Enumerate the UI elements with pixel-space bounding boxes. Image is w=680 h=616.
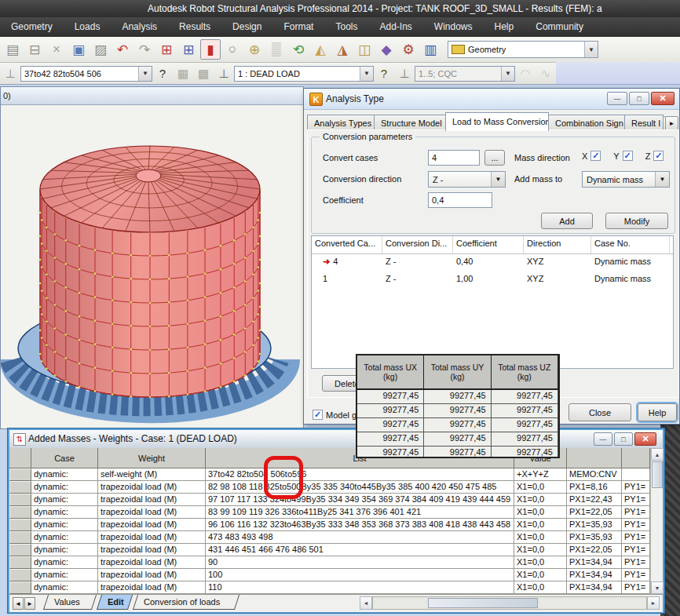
mass-direction-y-checkbox[interactable]: Y✓ xyxy=(613,151,632,161)
tabs-scroll-right-icon[interactable]: ► xyxy=(24,597,35,610)
convert-cases-input[interactable]: 4 xyxy=(428,150,480,166)
tab-result-i[interactable]: Result I xyxy=(624,115,664,130)
conversion-direction-select[interactable]: Z - ▼ xyxy=(428,171,506,188)
chevron-down-icon[interactable]: ▼ xyxy=(584,42,598,57)
scrollbar-thumb[interactable] xyxy=(428,598,538,608)
bottom-window-title-bar[interactable]: ⇅ Added Masses - Weights - Case: 1 (DEAD… xyxy=(9,430,663,449)
spreadsheet-icon[interactable]: ⊞ xyxy=(178,39,199,60)
dialog-title-bar[interactable]: K Analysis Type — □ ✕ xyxy=(304,89,679,110)
mass-direction-z-checkbox[interactable]: Z✓ xyxy=(645,151,664,161)
zoom-icon[interactable]: ○ xyxy=(222,39,243,60)
add-mass-to-select[interactable]: Dynamic mass ▼ xyxy=(582,171,670,188)
row-selector[interactable] xyxy=(9,481,31,494)
menu-community[interactable]: Community xyxy=(525,17,594,37)
menu-addins[interactable]: Add-Ins xyxy=(368,17,422,37)
view-icon[interactable]: ▒ xyxy=(266,39,287,60)
vertical-scrollbar[interactable]: ▲ ▼ xyxy=(650,448,663,594)
row-selector[interactable] xyxy=(9,468,31,481)
menu-tools[interactable]: Tools xyxy=(324,17,368,37)
row-selector[interactable] xyxy=(9,519,31,531)
minimize-button[interactable]: — xyxy=(594,432,612,446)
grid-row[interactable]: dynamic:trapezoidal load (M)83 99 109 11… xyxy=(9,506,650,519)
grid-row[interactable]: dynamic:self-weight (M)37to42 82to504 50… xyxy=(9,468,650,481)
row-selector[interactable] xyxy=(9,531,31,544)
grid-col-header[interactable] xyxy=(9,448,31,468)
converted-cases-table[interactable]: Converted Ca...Conversion Di...Coefficie… xyxy=(311,235,674,369)
scroll-up-icon[interactable]: ▲ xyxy=(651,448,664,461)
menu-results[interactable]: Results xyxy=(168,17,221,37)
close-button[interactable]: Close xyxy=(568,403,631,421)
support-icon[interactable]: ⊥ xyxy=(1,65,20,82)
added-masses-table[interactable]: CaseWeightListValuedynamic:self-weight (… xyxy=(9,448,650,594)
sections-icon[interactable]: ◫ xyxy=(354,39,375,60)
help-button[interactable]: Help xyxy=(638,403,677,421)
menu-windows[interactable]: Windows xyxy=(423,17,484,37)
load-question-icon[interactable]: ? xyxy=(375,65,393,82)
pointer-help-icon[interactable]: ? xyxy=(153,65,172,82)
refresh-structure-icon[interactable]: ⟲ xyxy=(288,39,309,60)
geometry-combobox[interactable]: Geometry ▼ xyxy=(448,41,598,58)
close-icon[interactable]: ✕ xyxy=(634,432,656,446)
tab-combination-sign[interactable]: Combination Sign xyxy=(548,115,625,130)
add-button[interactable]: Add xyxy=(541,213,593,229)
tab-load-to-mass-conversion[interactable]: Load to Mass Conversion xyxy=(445,112,549,131)
scroll-down-icon[interactable]: ▼ xyxy=(651,581,664,594)
cases-table-row[interactable]: ➜4Z -0,40XYZDynamic mass xyxy=(312,254,673,272)
grid-col-header[interactable] xyxy=(622,448,650,468)
repair-icon[interactable]: ◮ xyxy=(332,39,353,60)
maximize-button[interactable]: □ xyxy=(629,92,649,105)
grid-col-header[interactable] xyxy=(567,448,622,468)
sheet-tab-edit[interactable]: Edit xyxy=(97,595,133,610)
wrench-icon[interactable]: ⚙ xyxy=(398,39,419,60)
row-selector[interactable] xyxy=(9,569,31,581)
maximize-button[interactable]: □ xyxy=(614,432,633,446)
row-selector[interactable] xyxy=(9,581,31,594)
sheet-tab-values[interactable]: Values xyxy=(43,595,97,610)
grid-col-header[interactable]: Case xyxy=(31,448,98,468)
menu-design[interactable]: Design xyxy=(221,17,272,37)
paste-icon[interactable]: ▨ xyxy=(90,39,111,60)
minimize-button[interactable]: — xyxy=(607,92,627,105)
grid-row[interactable]: dynamic:trapezoidal load (M)82 98 108 11… xyxy=(9,481,650,494)
selection-combobox[interactable]: 37to42 82to504 506 ▼ xyxy=(20,66,152,82)
close-icon[interactable]: ✕ xyxy=(651,92,675,105)
scrollbar-thumb[interactable] xyxy=(652,461,663,488)
modify-button[interactable]: Modify xyxy=(605,213,668,229)
delete-icon[interactable]: × xyxy=(46,39,67,60)
browse-cases-button[interactable]: ... xyxy=(484,150,505,166)
node-table-icon[interactable]: ▦ xyxy=(174,65,192,82)
undo-icon[interactable]: ↶ xyxy=(112,39,133,60)
open-icon[interactable]: ▤ xyxy=(2,39,23,60)
render-icon[interactable]: ◆ xyxy=(376,39,397,60)
pan-icon[interactable]: ⊕ xyxy=(244,39,265,60)
supports-icon[interactable]: ⊥ xyxy=(214,65,233,82)
tank-3d-model[interactable] xyxy=(1,105,303,428)
tab-analysis-types[interactable]: Analysis Types xyxy=(307,115,375,130)
chevron-down-icon[interactable]: ▼ xyxy=(360,67,373,81)
panel-table-icon[interactable]: ▩ xyxy=(194,65,213,82)
menu-geometry[interactable]: Geometry xyxy=(0,17,64,37)
grid-row[interactable]: dynamic:trapezoidal load (M)97 107 117 1… xyxy=(9,494,650,506)
scroll-right-icon[interactable]: ► xyxy=(647,596,660,610)
grid-row[interactable]: dynamic:trapezoidal load (M)100X1=0,0PX1… xyxy=(9,569,650,581)
grid-row[interactable]: dynamic:trapezoidal load (M)90X1=0,0PX1=… xyxy=(9,556,650,569)
grid-col-header[interactable]: Weight xyxy=(98,448,206,468)
coefficient-input[interactable]: 0,4 xyxy=(428,192,492,208)
grid-row[interactable]: dynamic:trapezoidal load (M)96 106 116 1… xyxy=(9,519,650,531)
menu-help[interactable]: Help xyxy=(484,17,525,37)
row-selector[interactable] xyxy=(9,494,31,506)
calculator-icon[interactable]: ⊞ xyxy=(156,39,177,60)
row-selector[interactable] xyxy=(9,506,31,519)
grid-row[interactable]: dynamic:trapezoidal load (M)110X1=0,0PX1… xyxy=(9,581,650,594)
row-selector[interactable] xyxy=(9,544,31,556)
horizontal-scrollbar[interactable]: ◄ ► xyxy=(360,596,660,610)
tabs-scroll-left-icon[interactable]: ◄ xyxy=(13,597,24,610)
redo-icon[interactable]: ↷ xyxy=(134,39,155,60)
scroll-left-icon[interactable]: ◄ xyxy=(360,596,372,610)
printer-icon[interactable]: ⊟ xyxy=(24,39,45,60)
load-case-combobox[interactable]: 1 : DEAD LOAD ▼ xyxy=(234,66,374,82)
grid-row[interactable]: dynamic:trapezoidal load (M)431 446 451 … xyxy=(9,544,650,556)
menu-loads[interactable]: Loads xyxy=(64,17,112,37)
tab-structure-model[interactable]: Structure Model xyxy=(374,115,446,130)
grid-row[interactable]: dynamic:trapezoidal load (M)473 483 493 … xyxy=(9,531,650,544)
